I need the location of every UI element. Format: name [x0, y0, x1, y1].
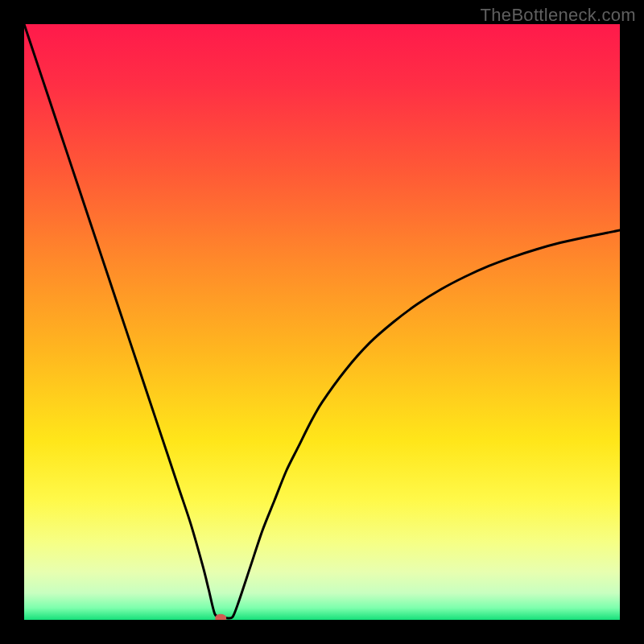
gradient-background: [24, 24, 620, 620]
bottleneck-chart: [24, 24, 620, 620]
watermark-text: TheBottleneck.com: [481, 5, 636, 26]
plot-area: [24, 24, 620, 620]
chart-frame: TheBottleneck.com: [0, 0, 644, 644]
